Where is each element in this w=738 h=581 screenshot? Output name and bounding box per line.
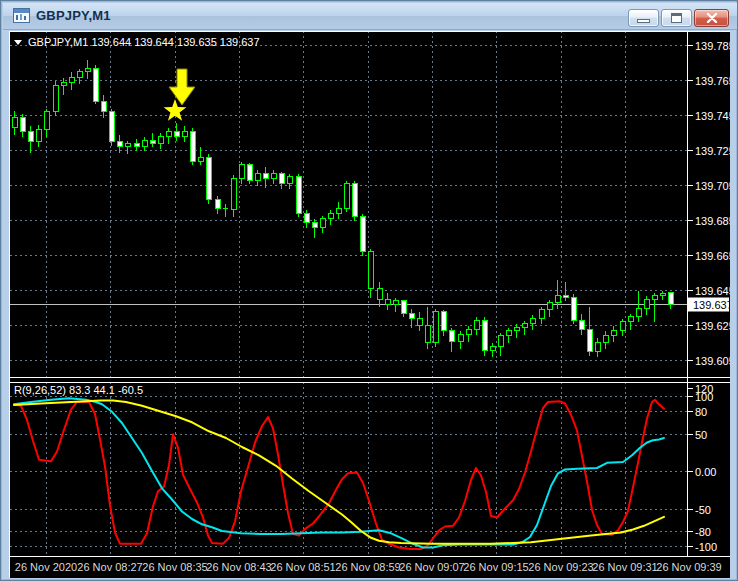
chart-canvas[interactable]: 139.785139.765139.745139.725139.705139.6… bbox=[9, 31, 730, 581]
minimize-button[interactable] bbox=[628, 9, 659, 27]
price-tick-label: 139.705 bbox=[695, 180, 730, 192]
restore-icon bbox=[671, 13, 682, 23]
time-tick-label: 26 Nov 08:51 bbox=[270, 561, 335, 573]
oscillator-tick-label: -80 bbox=[695, 526, 711, 538]
time-tick-label: 26 Nov 08:35 bbox=[142, 561, 207, 573]
time-axis: 26 Nov 202026 Nov 08:2726 Nov 08:3526 No… bbox=[15, 561, 722, 573]
oscillator-tick-label: 0.00 bbox=[695, 466, 716, 478]
close-icon bbox=[706, 13, 718, 23]
minimize-icon bbox=[637, 19, 650, 23]
price-tick-label: 139.665 bbox=[695, 250, 730, 262]
time-tick-label: 26 Nov 09:31 bbox=[592, 561, 657, 573]
oscillator-tick-label: -50 bbox=[695, 504, 711, 516]
window-title: GBPJPY,M1 bbox=[36, 3, 111, 29]
window-titlebar[interactable]: GBPJPY,M1 bbox=[3, 3, 737, 30]
price-tick-label: 139.745 bbox=[695, 110, 730, 122]
chart-document-icon bbox=[13, 8, 30, 23]
time-tick-label: 26 Nov 09:07 bbox=[399, 561, 464, 573]
time-tick-label: 26 Nov 09:15 bbox=[463, 561, 528, 573]
oscillator-tick-label: 80 bbox=[695, 406, 707, 418]
restore-button[interactable] bbox=[661, 9, 692, 27]
close-button[interactable] bbox=[694, 9, 729, 27]
chart-window: GBPJPY,M1 139.785139.765139.745139.72513… bbox=[0, 0, 738, 581]
price-tick-label: 139.625 bbox=[695, 320, 730, 332]
quote-ohlc-text: GBPJPY,M1 139.644 139.644 139.635 139.63… bbox=[28, 36, 260, 48]
price-tick-label: 139.765 bbox=[695, 75, 730, 87]
time-tick-label: 26 Nov 08:27 bbox=[77, 561, 142, 573]
price-tick-label: 139.785 bbox=[695, 40, 730, 52]
price-tick-label: 139.725 bbox=[695, 145, 730, 157]
time-tick-label: 26 Nov 08:59 bbox=[335, 561, 400, 573]
current-price-label: 139.637 bbox=[693, 299, 730, 311]
time-tick-label: 26 Nov 08:43 bbox=[206, 561, 271, 573]
time-tick-label: 26 Nov 09:23 bbox=[528, 561, 593, 573]
symbol-dropdown-icon[interactable] bbox=[14, 40, 22, 45]
oscillator-tick-label: 100 bbox=[695, 391, 713, 403]
quote-header: GBPJPY,M1 139.644 139.644 139.635 139.63… bbox=[14, 36, 260, 48]
oscillator-tick-label: 50 bbox=[695, 429, 707, 441]
price-tick-label: 139.645 bbox=[695, 285, 730, 297]
time-tick-label: 26 Nov 09:39 bbox=[656, 561, 721, 573]
price-tick-label: 139.605 bbox=[695, 355, 730, 367]
chart-client-area[interactable]: 139.785139.765139.745139.725139.705139.6… bbox=[9, 31, 730, 578]
price-chart-svg[interactable]: 139.785139.765139.745139.725139.705139.6… bbox=[9, 31, 730, 578]
oscillator-tick-label: -100 bbox=[695, 541, 717, 553]
time-tick-label: 26 Nov 2020 bbox=[15, 561, 77, 573]
price-tick-label: 139.685 bbox=[695, 215, 730, 227]
oscillator-label: R(9,26,52) 83.3 44.1 -60.5 bbox=[14, 384, 143, 396]
